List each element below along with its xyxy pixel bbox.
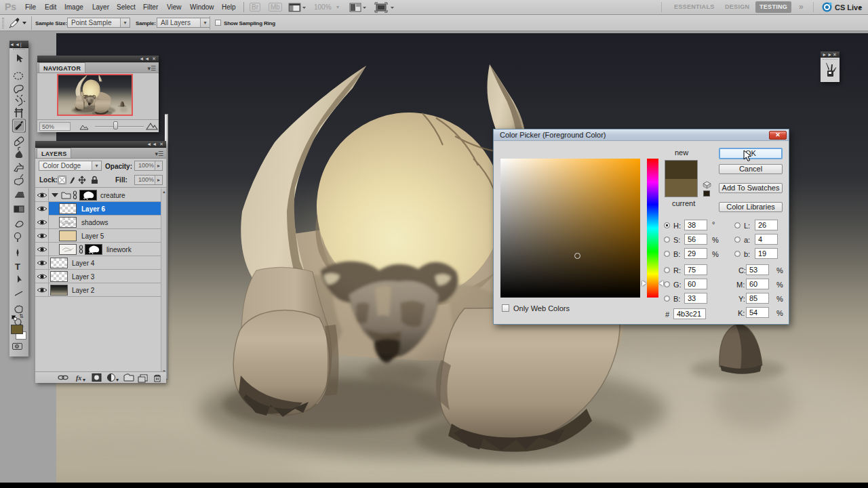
svg-text:T: T <box>15 262 20 272</box>
svg-text:fx: fx <box>76 374 81 382</box>
svg-text:▾: ▾ <box>83 377 85 383</box>
svg-text:▾: ▾ <box>116 377 119 383</box>
